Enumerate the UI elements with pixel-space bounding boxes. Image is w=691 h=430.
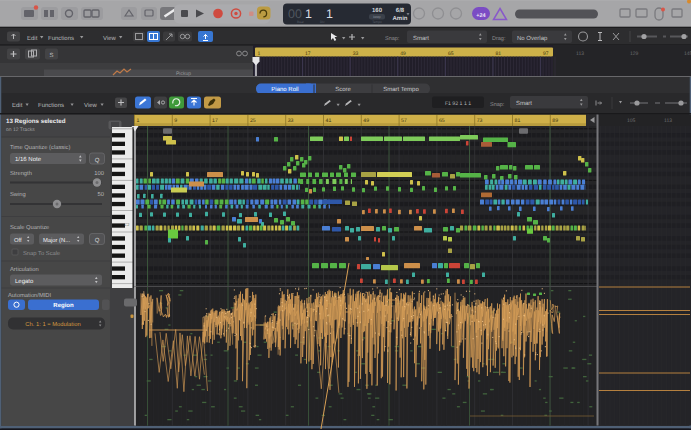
svg-text:41: 41 <box>326 118 332 124</box>
svg-text:S: S <box>49 52 53 59</box>
svg-text:6/8: 6/8 <box>396 7 405 14</box>
svg-text:Amin: Amin <box>393 15 408 22</box>
svg-text:1: 1 <box>258 51 261 57</box>
svg-text:keep: keep <box>373 15 381 19</box>
svg-text:Snap:: Snap: <box>385 36 400 42</box>
svg-text:17: 17 <box>212 118 218 124</box>
svg-text:Scale Quantize: Scale Quantize <box>10 224 49 231</box>
svg-text:Functions: Functions <box>48 35 74 42</box>
svg-text:on 12 Tracks: on 12 Tracks <box>6 127 35 133</box>
svg-text:160: 160 <box>372 7 383 14</box>
svg-text:25: 25 <box>250 118 256 124</box>
svg-text:33: 33 <box>288 118 294 124</box>
svg-text:Div: Div <box>320 20 325 24</box>
svg-text:145: 145 <box>684 51 691 57</box>
svg-text:81: 81 <box>515 118 521 124</box>
svg-text:65: 65 <box>439 118 445 124</box>
svg-text:105: 105 <box>627 118 636 124</box>
svg-text:Piano Roll: Piano Roll <box>271 86 298 93</box>
svg-text:Swing: Swing <box>10 191 26 198</box>
svg-text:9: 9 <box>174 118 177 124</box>
svg-text:129: 129 <box>630 51 639 57</box>
svg-text:View: View <box>84 102 98 109</box>
svg-text:113: 113 <box>664 118 672 124</box>
svg-text:Time Quantize (classic): Time Quantize (classic) <box>10 144 70 151</box>
svg-text:Region: Region <box>53 302 74 309</box>
svg-text:Tempo: Tempo <box>372 20 382 24</box>
svg-text:1: 1 <box>305 7 312 21</box>
svg-text:00: 00 <box>288 7 302 21</box>
svg-text:Functions: Functions <box>38 102 64 109</box>
svg-text:Q: Q <box>95 157 100 164</box>
svg-text:13 Regions selected: 13 Regions selected <box>6 118 66 125</box>
svg-text:73: 73 <box>477 118 483 124</box>
svg-text:Score: Score <box>335 86 351 93</box>
svg-text:33: 33 <box>353 51 359 57</box>
svg-text:Major (N...: Major (N... <box>43 237 70 244</box>
svg-text:Automation/MIDI: Automation/MIDI <box>8 292 52 299</box>
svg-text:100: 100 <box>94 170 104 177</box>
svg-text:113: 113 <box>576 51 584 57</box>
svg-text:F1 92 1 1 1: F1 92 1 1 1 <box>445 101 471 107</box>
svg-text:C2: C2 <box>124 222 130 227</box>
svg-text:1/16 Note: 1/16 Note <box>15 156 42 163</box>
svg-text:Edit: Edit <box>27 35 38 42</box>
svg-text:1: 1 <box>326 7 333 21</box>
svg-text:Legato: Legato <box>15 278 34 285</box>
svg-text:Drag:: Drag: <box>492 36 506 42</box>
svg-text:65: 65 <box>448 51 454 57</box>
svg-text:Off: Off <box>14 237 22 244</box>
svg-text:1: 1 <box>137 118 140 124</box>
svg-text:Smart Tempo: Smart Tempo <box>383 86 419 93</box>
svg-text:97: 97 <box>543 51 549 57</box>
svg-text:Strength: Strength <box>10 170 32 177</box>
svg-text:81: 81 <box>496 51 502 57</box>
svg-text:Smart: Smart <box>413 35 429 42</box>
svg-text:49: 49 <box>400 51 406 57</box>
svg-text:Smart: Smart <box>516 100 532 107</box>
svg-text:17: 17 <box>305 51 311 57</box>
svg-text:Snap To Scale: Snap To Scale <box>23 250 60 257</box>
svg-text:Snap:: Snap: <box>490 102 505 108</box>
svg-text:49: 49 <box>363 118 369 124</box>
svg-text:No Overlap: No Overlap <box>517 35 548 42</box>
svg-text:Articulation: Articulation <box>10 266 39 273</box>
svg-text:57: 57 <box>401 118 407 124</box>
svg-text:Ch. 1: 1 = Modulation: Ch. 1: 1 = Modulation <box>25 321 80 328</box>
svg-text:Q: Q <box>95 237 100 244</box>
svg-text:Edit: Edit <box>12 102 23 109</box>
svg-text:Beat: Beat <box>297 20 304 24</box>
svg-text:89: 89 <box>552 118 558 124</box>
svg-text:+24: +24 <box>476 13 486 19</box>
svg-text:50: 50 <box>98 191 104 198</box>
svg-text:View: View <box>103 35 117 42</box>
